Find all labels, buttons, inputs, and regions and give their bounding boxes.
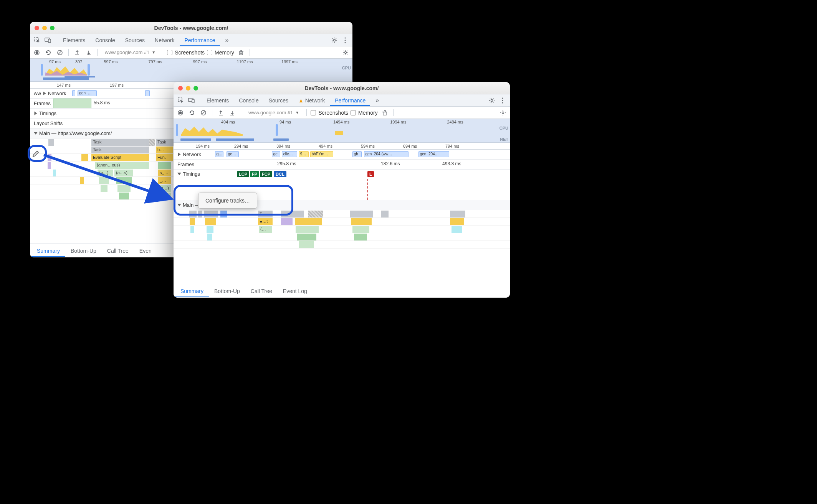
detail-tab-bottomup[interactable]: Bottom-Up [65,245,102,257]
timeline-overview[interactable]: 494 ms 94 ms 1494 ms 1994 ms 2494 ms CPU… [174,119,510,143]
svg-point-23 [179,111,182,114]
close-icon[interactable] [35,26,39,30]
net-item[interactable]: gh [352,151,362,157]
flame-chart[interactable]: T… E…t (… [174,210,510,284]
gear-icon[interactable] [498,108,508,117]
gear-icon[interactable] [341,48,350,57]
timing-badge: L [367,171,374,177]
screenshots-checkbox[interactable] [311,110,316,115]
reload-icon[interactable] [44,48,53,57]
screenshots-checkbox[interactable] [167,50,172,55]
memory-checkbox[interactable] [207,50,212,55]
tab-elements[interactable]: Elements [58,35,90,46]
net-item[interactable]: clie… [282,151,297,157]
detail-tab-calltree[interactable]: Call Tree [245,285,278,297]
annotation-arrow [38,153,180,210]
tab-network[interactable]: Network [150,35,179,46]
inspect-icon[interactable] [32,35,42,45]
frame-value: 182.6 ms [381,161,400,166]
net-item[interactable]: gen_204 (ww… [364,151,408,157]
svg-rect-2 [48,39,51,43]
chevron-right-icon [35,112,37,115]
ruler-tick: 394 ms [276,144,290,148]
record-icon[interactable] [32,48,41,57]
reload-icon[interactable] [187,108,197,117]
minimize-icon[interactable] [186,86,190,91]
detail-tab-bottomup[interactable]: Bottom-Up [209,285,245,297]
download-icon[interactable] [84,48,93,57]
profile-selector[interactable]: www.google.com #1 ▼ [101,48,159,56]
screenshots-label: Screenshots [318,110,348,116]
ruler-tick: 694 ms [403,144,417,148]
timing-badge: FCP [260,171,272,177]
device-icon[interactable] [187,96,197,105]
traffic-lights[interactable] [35,26,55,30]
net-item[interactable] [145,90,150,96]
track-network[interactable]: Network g… ge… ge clie… 9… bhPYm… gh gen… [174,150,510,160]
more-tabs-icon[interactable]: » [371,95,384,106]
clear-icon[interactable] [55,48,64,57]
traffic-lights[interactable] [178,86,198,91]
download-icon[interactable] [228,108,237,117]
upload-icon[interactable] [73,48,82,57]
more-tabs-icon[interactable]: » [221,35,233,46]
clear-icon[interactable] [199,108,208,117]
detail-tab-summary[interactable]: Summary [31,245,65,257]
maximize-icon[interactable] [50,26,55,30]
flame-bar[interactable]: Task [156,139,175,146]
tab-performance[interactable]: Performance [330,95,370,106]
inspect-icon[interactable] [176,96,186,105]
tab-console[interactable]: Console [91,35,119,46]
detail-tab-calltree[interactable]: Call Tree [102,245,134,257]
perf-toolbar: www.google.com #1 ▼ Screenshots Memory [174,107,510,119]
flame-bar[interactable]: E…t [258,218,273,225]
tab-console[interactable]: Console [234,95,263,106]
edit-icon[interactable] [32,150,40,157]
net-item[interactable]: ge… [227,151,239,157]
svg-point-5 [345,40,346,41]
svg-rect-28 [176,124,178,136]
flame-bar[interactable]: T… [258,211,273,217]
track-frames[interactable]: Frames 295.8 ms 182.6 ms 493.3 ms [174,160,510,170]
minimize-icon[interactable] [42,26,47,30]
garbage-icon[interactable] [237,48,246,57]
net-item[interactable]: gen_… [78,90,97,96]
tab-performance[interactable]: Performance [180,35,220,46]
tab-sources[interactable]: Sources [264,95,293,106]
device-icon[interactable] [43,35,53,45]
timeline-overview[interactable]: 97 ms 397 597 ms 797 ms 997 ms 1197 ms 1… [30,59,352,82]
tick: 597 ms [104,59,117,64]
detail-ruler[interactable]: 194 ms 294 ms 394 ms 494 ms 594 ms 694 m… [174,143,510,150]
garbage-icon[interactable] [380,108,389,117]
net-item[interactable] [72,90,75,96]
flame-bar[interactable]: (… [259,226,272,233]
tab-network[interactable]: ▲ Network [294,95,329,106]
net-item[interactable]: bhPYm… [310,151,333,157]
kebab-icon[interactable] [340,35,350,45]
detail-tab-eventlog[interactable]: Event Log [278,285,313,297]
context-menu[interactable]: Configure tracks… [198,193,257,209]
detail-tab-summary[interactable]: Summary [175,285,209,297]
kebab-icon[interactable] [498,96,508,105]
gear-icon[interactable] [329,35,339,45]
menu-configure-tracks[interactable]: Configure tracks… [198,195,257,206]
tab-elements[interactable]: Elements [202,95,233,106]
net-item[interactable]: gen_204… [418,151,449,157]
memory-label: Memory [358,110,378,116]
timing-badge: LCP [237,171,249,177]
tick: 97 ms [49,59,61,64]
record-icon[interactable] [176,108,185,117]
detail-tab-eventlog[interactable]: Even [134,245,157,257]
upload-icon[interactable] [216,108,225,117]
flame-bar[interactable]: Task [91,139,149,146]
gear-icon[interactable] [487,96,497,105]
net-item[interactable]: ge [272,151,280,157]
tab-sources[interactable]: Sources [121,35,149,46]
close-icon[interactable] [178,86,183,91]
profile-selector[interactable]: www.google.com #1 ▼ [245,109,303,117]
net-item[interactable]: g… [215,151,223,157]
memory-checkbox[interactable] [351,110,356,115]
maximize-icon[interactable] [194,86,198,91]
net-item[interactable]: 9… [299,151,309,157]
ruler-tick: 594 ms [361,144,375,148]
